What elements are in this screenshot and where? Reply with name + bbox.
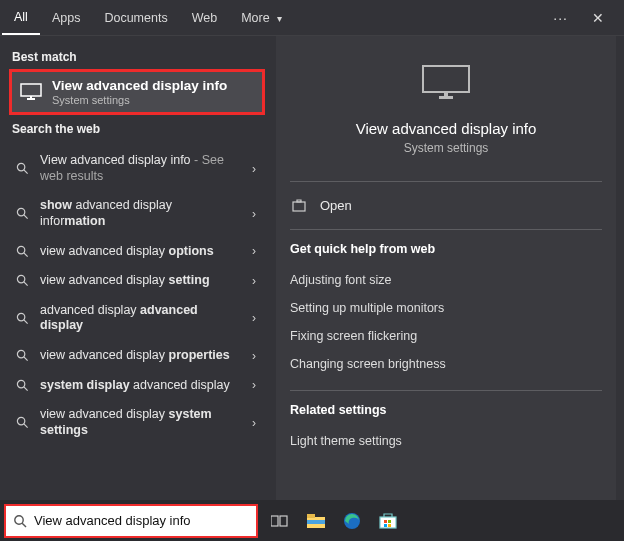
svg-point-5 [17,209,24,216]
search-icon [14,274,30,287]
separator [290,390,602,391]
web-result-text: view advanced display system settings [40,407,236,438]
tab-all[interactable]: All [2,0,40,35]
web-result-text: view advanced display options [40,244,236,260]
header-actions: ··· ✕ [553,4,616,32]
related-settings-item[interactable]: Light theme settings [290,427,602,455]
quick-help-item[interactable]: Setting up multiple monitors [290,294,602,322]
web-result-text: view advanced display properties [40,348,236,364]
web-result-text: show advanced display information [40,198,236,229]
tab-documents[interactable]: Documents [92,1,179,34]
svg-line-4 [23,170,27,174]
svg-rect-25 [271,516,278,526]
open-label: Open [320,198,352,213]
edge-icon[interactable] [340,509,364,533]
chevron-right-icon[interactable]: › [246,162,262,176]
web-result-text: advanced display advanced display [40,303,236,334]
search-web-label: Search the web [8,114,266,142]
preview-column: View advanced display info System settin… [270,36,624,500]
monitor-icon [421,64,471,108]
taskbar [0,500,624,541]
web-result-item[interactable]: show advanced display information› [8,191,266,236]
search-icon [14,312,30,325]
chevron-right-icon[interactable]: › [246,207,262,221]
web-result-item[interactable]: view advanced display system settings› [8,400,266,445]
related-settings-list: Light theme settings [290,427,602,455]
close-icon[interactable]: ✕ [586,4,610,32]
chevron-right-icon[interactable]: › [246,311,262,325]
web-result-item[interactable]: view advanced display options› [8,237,266,267]
svg-rect-29 [307,520,325,524]
web-result-item[interactable]: advanced display advanced display› [8,296,266,341]
svg-rect-33 [388,520,391,523]
web-results-list: View advanced display info - See web res… [8,146,266,446]
store-icon[interactable] [376,509,400,533]
svg-rect-1 [27,98,35,100]
svg-line-14 [23,357,27,361]
search-icon [14,207,30,220]
svg-rect-32 [384,520,387,523]
svg-rect-34 [384,524,387,527]
results-column: Best match View advanced display info Sy… [0,36,270,500]
svg-point-9 [17,276,24,283]
search-body: Best match View advanced display info Sy… [0,36,624,500]
svg-rect-26 [280,516,287,526]
search-icon [14,245,30,258]
taskbar-search[interactable] [6,506,256,536]
chevron-right-icon[interactable]: › [246,378,262,392]
chevron-right-icon[interactable]: › [246,244,262,258]
svg-point-3 [17,164,24,171]
search-icon [14,416,30,429]
tab-apps[interactable]: Apps [40,1,93,34]
svg-line-6 [23,215,27,219]
search-icon [14,162,30,175]
best-match-item[interactable]: View advanced display info System settin… [10,70,264,114]
tab-more[interactable]: More ▾ [229,1,294,34]
best-match-label: Best match [8,42,266,70]
web-result-item[interactable]: system display advanced display› [8,371,266,401]
svg-rect-0 [21,84,41,96]
svg-rect-35 [388,524,391,527]
tab-web[interactable]: Web [180,1,229,34]
filter-tabs: All Apps Documents Web More ▾ [2,0,553,35]
monitor-icon [20,83,42,101]
svg-rect-2 [30,96,32,98]
web-result-item[interactable]: View advanced display info - See web res… [8,146,266,191]
quick-help-label: Get quick help from web [290,242,602,256]
web-result-text: View advanced display info - See web res… [40,153,236,184]
svg-rect-22 [293,202,305,211]
svg-rect-20 [439,96,453,99]
svg-point-23 [15,515,23,523]
web-result-item[interactable]: view advanced display setting› [8,266,266,296]
chevron-right-icon[interactable]: › [246,416,262,430]
svg-point-15 [17,380,24,387]
svg-line-10 [23,282,27,286]
svg-line-8 [23,253,27,257]
separator [290,229,602,230]
quick-help-item[interactable]: Fixing screen flickering [290,322,602,350]
quick-help-item[interactable]: Changing screen brightness [290,350,602,378]
quick-help-item[interactable]: Adjusting font size [290,266,602,294]
open-icon [290,199,308,213]
search-header: All Apps Documents Web More ▾ ··· ✕ [0,0,624,36]
windows-search-panel: All Apps Documents Web More ▾ ··· ✕ Best… [0,0,624,500]
task-view-icon[interactable] [268,509,292,533]
best-match-title: View advanced display info [52,78,227,93]
file-explorer-icon[interactable] [304,509,328,533]
chevron-right-icon[interactable]: › [246,274,262,288]
search-icon [6,514,34,528]
preview-subtitle: System settings [290,141,602,155]
chevron-down-icon: ▾ [277,13,282,24]
svg-line-12 [23,320,27,324]
chevron-right-icon[interactable]: › [246,349,262,363]
more-options-icon[interactable]: ··· [553,10,568,26]
web-result-item[interactable]: view advanced display properties› [8,341,266,371]
svg-point-13 [17,351,24,358]
open-action[interactable]: Open [290,194,602,217]
svg-point-11 [17,313,24,320]
svg-rect-21 [444,92,448,96]
search-input[interactable] [34,506,256,536]
web-result-text: view advanced display setting [40,273,236,289]
separator [290,181,602,182]
best-match-text: View advanced display info System settin… [52,78,227,106]
